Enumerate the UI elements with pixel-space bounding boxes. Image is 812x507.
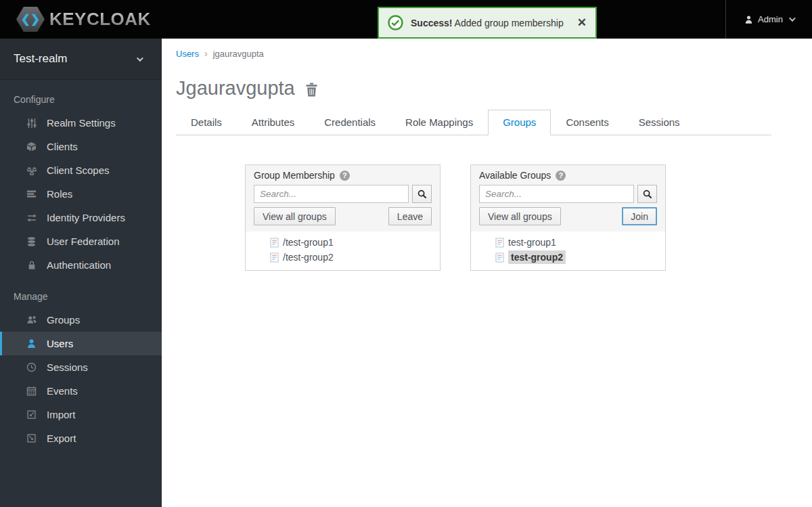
membership-view-all-groups-button[interactable]: View all groups [254, 207, 336, 225]
realm-selector[interactable]: Test-realm [0, 39, 162, 80]
success-alert: Success! Added group membership ✕ [378, 7, 597, 39]
sidebar-item-groups[interactable]: Groups [0, 308, 162, 332]
tab-details[interactable]: Details [176, 110, 237, 135]
sidebar-item-label: Sessions [47, 361, 88, 373]
sidebar-item-label: Realm Settings [47, 117, 116, 129]
sidebar-section-manage: Manage [0, 277, 162, 308]
help-icon[interactable]: ? [340, 171, 350, 181]
file-icon [270, 238, 279, 248]
list-item[interactable]: /test-group2 [246, 250, 440, 265]
group-membership-header: Group Membership ? View all groups Leave [246, 165, 440, 232]
available-groups-title: Available Groups [479, 170, 551, 181]
available-groups-list: test-group1 test-group2 [471, 232, 665, 270]
sidebar-item-label: Users [47, 338, 73, 349]
user-avatar-icon [744, 15, 753, 24]
alert-text: Success! Added group membership [411, 18, 564, 28]
lock-icon [25, 260, 38, 270]
sidebar-item-roles[interactable]: Roles [0, 182, 162, 206]
sidebar-item-label: User Federation [47, 236, 120, 247]
sliders-icon [25, 118, 38, 129]
alert-message: Added group membership [455, 18, 564, 28]
sidebar-item-label: Client Scopes [47, 164, 110, 176]
sidebar-item-realm-settings[interactable]: Realm Settings [0, 111, 162, 135]
sidebar-item-label: Authentication [47, 259, 111, 271]
success-check-icon [388, 15, 403, 30]
search-icon [418, 190, 427, 199]
group-membership-list: /test-group1 /test-group2 [246, 232, 440, 270]
tab-bar: Details Attributes Credentials Role Mapp… [176, 110, 771, 135]
sidebar-item-label: Roles [47, 188, 72, 200]
keycloak-logo[interactable]: ❮ ❯ KEYCLOAK [0, 7, 151, 32]
sidebar-item-import[interactable]: Import [0, 403, 162, 426]
file-icon [495, 252, 504, 263]
brand-text: KEYCLOAK [49, 9, 151, 30]
membership-search-button[interactable] [412, 185, 432, 203]
sidebar-item-label: Identity Providers [47, 212, 125, 223]
logo-left-bracket-icon: ❮ [21, 14, 30, 25]
group-name: test-group1 [508, 236, 556, 249]
available-groups-title-row: Available Groups ? [479, 170, 657, 181]
import-icon [25, 410, 38, 420]
database-icon [25, 236, 38, 247]
logo-right-bracket-icon: ❯ [30, 14, 40, 25]
tab-consents[interactable]: Consents [551, 110, 623, 135]
cubes-icon [25, 165, 38, 176]
tab-groups[interactable]: Groups [488, 110, 551, 135]
title-row: Jgauravgupta [162, 59, 812, 100]
membership-search-row [254, 185, 432, 203]
tab-credentials[interactable]: Credentials [309, 110, 390, 135]
leave-button[interactable]: Leave [388, 207, 432, 225]
breadcrumb-current: jgauravgupta [213, 49, 264, 59]
sidebar-item-authentication[interactable]: Authentication [0, 253, 162, 277]
help-icon[interactable]: ? [556, 171, 566, 181]
export-icon [25, 433, 38, 443]
sidebar-item-label: Export [47, 433, 76, 444]
exchange-icon [25, 213, 38, 223]
sidebar-item-users[interactable]: Users [0, 332, 162, 355]
sidebar-item-user-federation[interactable]: User Federation [0, 229, 162, 253]
alert-title: Success! [411, 18, 452, 28]
join-button[interactable]: Join [622, 207, 657, 225]
page-title: Jgauravgupta [176, 77, 295, 100]
user-menu[interactable]: Admin [725, 0, 812, 39]
available-groups-header: Available Groups ? View all groups Join [471, 165, 665, 232]
sidebar-item-identity-providers[interactable]: Identity Providers [0, 206, 162, 229]
file-icon [270, 252, 279, 263]
list-item[interactable]: test-group1 [471, 235, 665, 250]
close-icon[interactable]: ✕ [577, 17, 587, 28]
group-membership-title: Group Membership [254, 170, 335, 181]
keycloak-hexagon-icon: ❮ ❯ [16, 7, 45, 32]
available-view-all-groups-button[interactable]: View all groups [479, 207, 561, 225]
tab-attributes[interactable]: Attributes [237, 110, 309, 135]
tab-role-mappings[interactable]: Role Mappings [390, 110, 488, 135]
trash-icon [305, 83, 318, 97]
tab-sessions[interactable]: Sessions [624, 110, 695, 135]
sidebar-item-export[interactable]: Export [0, 426, 162, 450]
sidebar-item-clients[interactable]: Clients [0, 135, 162, 158]
chevron-down-icon [137, 55, 143, 62]
group-name: /test-group1 [283, 236, 334, 249]
delete-user-button[interactable] [305, 83, 318, 97]
list-item[interactable]: test-group2 [471, 250, 665, 265]
breadcrumb-users-link[interactable]: Users [176, 49, 199, 59]
sidebar-item-label: Groups [47, 314, 80, 326]
available-search-button[interactable] [637, 185, 657, 203]
sidebar-item-client-scopes[interactable]: Client Scopes [0, 158, 162, 182]
available-search-input[interactable] [479, 185, 634, 203]
sidebar-item-events[interactable]: Events [0, 379, 162, 403]
file-icon [495, 238, 504, 248]
group-name-selected: test-group2 [508, 250, 566, 264]
group-name: /test-group2 [283, 250, 334, 264]
membership-search-input[interactable] [254, 185, 409, 203]
calendar-icon [25, 386, 38, 396]
membership-button-row: View all groups Leave [254, 207, 432, 225]
sidebar-item-label: Import [47, 409, 76, 420]
list-item[interactable]: /test-group1 [246, 235, 440, 250]
main-content: Users › jgauravgupta Jgauravgupta Detail… [162, 39, 812, 507]
sidebar-item-sessions[interactable]: Sessions [0, 355, 162, 379]
group-icon [25, 315, 38, 325]
group-membership-panel: Group Membership ? View all groups Leave [245, 164, 441, 271]
search-icon [643, 190, 652, 199]
clock-icon [25, 362, 38, 372]
breadcrumb-separator-icon: › [204, 48, 208, 59]
